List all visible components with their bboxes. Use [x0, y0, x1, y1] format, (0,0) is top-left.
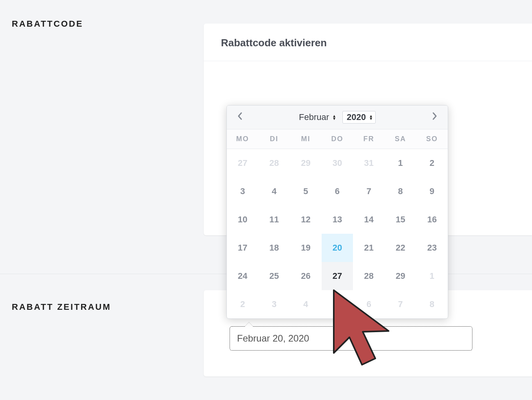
- calendar-grid: 2728293031123456789101112131415161718192…: [227, 149, 448, 318]
- calendar-day[interactable]: 28: [353, 262, 385, 290]
- calendar-header: Februar ▲▼ 2020 ▲▼: [227, 105, 448, 129]
- calendar-day[interactable]: 9: [416, 177, 448, 205]
- date-input-wrap: [230, 326, 472, 351]
- next-month-button[interactable]: [427, 109, 442, 125]
- calendar-day[interactable]: 23: [416, 234, 448, 262]
- section-label-rabattcode: RABATTCODE: [12, 19, 83, 29]
- calendar-day[interactable]: 26: [290, 262, 322, 290]
- calendar-day[interactable]: 1: [385, 149, 416, 177]
- calendar-day[interactable]: 7: [385, 290, 416, 318]
- calendar-day[interactable]: 28: [259, 149, 290, 177]
- calendar-day[interactable]: 5: [290, 177, 322, 205]
- calendar-day[interactable]: 13: [322, 205, 353, 234]
- year-select[interactable]: 2020 ▲▼: [342, 111, 376, 124]
- calendar-day[interactable]: 8: [385, 177, 416, 205]
- prev-month-button[interactable]: [232, 109, 248, 125]
- calendar-day[interactable]: 11: [259, 205, 290, 234]
- calendar-day[interactable]: 25: [259, 262, 290, 290]
- chevron-left-icon: [237, 111, 243, 123]
- spinner-icon: ▲▼: [332, 115, 336, 120]
- calendar-day[interactable]: 6: [322, 177, 353, 205]
- calendar-day[interactable]: 15: [385, 205, 416, 234]
- calendar-weekday: MO: [227, 129, 259, 149]
- calendar-day[interactable]: 20: [322, 234, 353, 262]
- calendar-day[interactable]: 27: [322, 262, 353, 290]
- calendar-day[interactable]: 6: [353, 290, 385, 318]
- calendar-weekday: MI: [290, 129, 322, 149]
- year-label: 2020: [347, 112, 366, 122]
- calendar-day[interactable]: 18: [259, 234, 290, 262]
- calendar-day[interactable]: 17: [227, 234, 259, 262]
- spinner-icon: ▲▼: [369, 115, 373, 120]
- calendar-weekday: SO: [416, 129, 448, 149]
- calendar-day[interactable]: 2: [416, 149, 448, 177]
- calendar-day[interactable]: 10: [227, 205, 259, 234]
- calendar-day[interactable]: 29: [290, 149, 322, 177]
- calendar-day[interactable]: 24: [227, 262, 259, 290]
- calendar-day[interactable]: 22: [385, 234, 416, 262]
- date-picker: Februar ▲▼ 2020 ▲▼ MODIMIDOFRSASO 272829…: [226, 105, 448, 319]
- calendar-day[interactable]: 27: [227, 149, 259, 177]
- calendar-weekdays: MODIMIDOFRSASO: [227, 129, 448, 149]
- calendar-month-year: Februar ▲▼ 2020 ▲▼: [299, 111, 376, 124]
- calendar-day[interactable]: 12: [290, 205, 322, 234]
- month-select[interactable]: Februar ▲▼: [299, 112, 336, 122]
- calendar-day[interactable]: 3: [227, 177, 259, 205]
- card-header: Rabattcode aktivieren: [204, 24, 532, 61]
- calendar-weekday: FR: [353, 129, 385, 149]
- calendar-weekday: DI: [259, 129, 290, 149]
- calendar-day[interactable]: 4: [259, 177, 290, 205]
- calendar-weekday: SA: [385, 129, 416, 149]
- calendar-day[interactable]: 31: [353, 149, 385, 177]
- card-title: Rabattcode aktivieren: [221, 37, 515, 49]
- calendar-weekday: DO: [322, 129, 353, 149]
- calendar-day[interactable]: 5: [322, 290, 353, 318]
- calendar-day[interactable]: 16: [416, 205, 448, 234]
- calendar-day[interactable]: 2: [227, 290, 259, 318]
- section-label-zeitraum: RABATT ZEITRAUM: [12, 302, 111, 312]
- month-label: Februar: [299, 112, 329, 122]
- calendar-day[interactable]: 14: [353, 205, 385, 234]
- calendar-day[interactable]: 8: [416, 290, 448, 318]
- calendar-day[interactable]: 4: [290, 290, 322, 318]
- calendar-day[interactable]: 30: [322, 149, 353, 177]
- calendar-day[interactable]: 7: [353, 177, 385, 205]
- calendar-day[interactable]: 29: [385, 262, 416, 290]
- calendar-day[interactable]: 3: [259, 290, 290, 318]
- calendar-day[interactable]: 19: [290, 234, 322, 262]
- calendar-day[interactable]: 1: [416, 262, 448, 290]
- chevron-right-icon: [431, 111, 438, 123]
- start-date-input[interactable]: [230, 326, 472, 351]
- calendar-day[interactable]: 21: [353, 234, 385, 262]
